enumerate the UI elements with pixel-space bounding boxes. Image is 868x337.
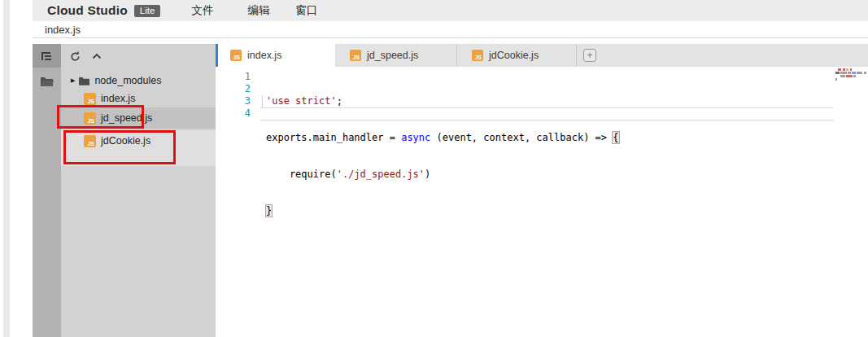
new-tab-icon: + <box>583 49 596 62</box>
menu-item-window[interactable]: 窗口 <box>295 3 317 18</box>
line-number: 3 <box>216 95 251 107</box>
outline-tree-icon <box>41 50 53 62</box>
explorer-toolbar <box>61 44 216 68</box>
folder-icon <box>41 77 54 86</box>
js-file-icon: JS <box>84 93 96 105</box>
activity-bar <box>33 44 61 337</box>
code-line-3: require('./jd_speed.js') <box>266 168 619 181</box>
explorer-item-label: index.js <box>101 93 135 104</box>
tab-index-js[interactable]: JS index.js <box>216 44 335 67</box>
indent-guide <box>262 95 263 107</box>
code-line-1: 'use strict'; <box>266 95 619 107</box>
tab-bar: JS index.js JS jd_speed.js JS jdCookie.j… <box>216 44 868 67</box>
app-logo: Cloud Studio <box>47 3 128 18</box>
menu-item-file[interactable]: 文件 <box>191 3 213 18</box>
breadcrumb-bar: index.js <box>33 21 868 38</box>
code-content[interactable]: 'use strict'; exports.main_handler = asy… <box>266 71 619 242</box>
tab-jdcookie-js[interactable]: JS jdCookie.js <box>457 44 577 67</box>
code-editor[interactable]: 1 2 3 4 'use strict'; exports.main_handl… <box>216 67 868 337</box>
minimap-line <box>835 68 866 71</box>
active-tab-accent <box>216 44 218 67</box>
activitybar-item-files[interactable] <box>33 68 61 95</box>
main-region: ▶ node_modules JS index.js JS jd_speed.j… <box>33 44 868 337</box>
new-tab-button[interactable]: + <box>577 44 603 67</box>
file-explorer-panel: ▶ node_modules JS index.js JS jd_speed.j… <box>61 44 216 337</box>
tab-label: jdCookie.js <box>489 50 539 61</box>
page-left-gutter-strip <box>3 0 10 337</box>
line-number: 2 <box>216 83 251 95</box>
code-line-2: exports.main_handler = async (event, con… <box>266 132 619 144</box>
line-number-gutter: 1 2 3 4 <box>216 71 251 120</box>
tab-jd-speed-js[interactable]: JS jd_speed.js <box>335 44 457 67</box>
tab-label: index.js <box>247 50 281 61</box>
explorer-item-label: node_modules <box>94 75 161 86</box>
lite-badge: Lite <box>134 5 161 17</box>
explorer-item-node-modules[interactable]: ▶ node_modules <box>61 72 216 90</box>
cloud-studio-window: Cloud Studio Lite 文件 编辑 窗口 index.js <box>0 0 868 337</box>
minimap-line <box>835 75 866 77</box>
minimap-line <box>835 78 866 81</box>
folder-icon <box>79 77 89 85</box>
tab-label: jd_speed.js <box>367 50 418 61</box>
refresh-icon[interactable] <box>70 51 81 62</box>
menu-bar: Cloud Studio Lite 文件 编辑 窗口 <box>33 0 868 21</box>
collapse-chevron-icon[interactable] <box>92 53 102 59</box>
activitybar-item-outline[interactable] <box>33 44 61 68</box>
js-file-icon: JS <box>230 50 242 61</box>
js-file-icon: JS <box>472 50 483 61</box>
twistie-arrow-icon[interactable]: ▶ <box>71 77 75 84</box>
minimap-line <box>835 72 866 74</box>
annotation-box-jdcookie <box>63 130 176 164</box>
annotation-box-jd-speed <box>57 105 144 129</box>
js-file-icon: JS <box>350 50 361 61</box>
breadcrumb-title: index.js <box>45 24 81 36</box>
app-frame: Cloud Studio Lite 文件 编辑 窗口 index.js <box>33 0 868 337</box>
line-number: 1 <box>216 71 251 83</box>
menu-item-edit[interactable]: 编辑 <box>247 3 269 18</box>
editor-group: JS index.js JS jd_speed.js JS jdCookie.j… <box>216 44 868 337</box>
minimap[interactable] <box>835 68 866 81</box>
code-line-4: } <box>266 205 619 217</box>
line-number: 4 <box>216 107 251 120</box>
